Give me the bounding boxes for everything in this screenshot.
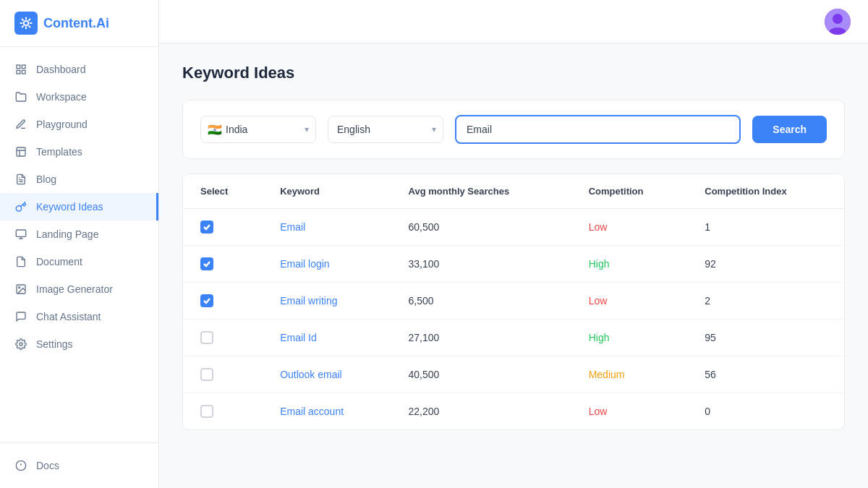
file-text-icon [14,173,27,186]
logo-area: Content.Ai [0,0,158,47]
competition-index-cell: 95 [690,320,844,356]
svg-point-11 [20,343,22,346]
sidebar-item-templates-label: Templates [36,146,82,158]
competition-cell: High [574,246,691,283]
sidebar-nav: Dashboard Workspace Playground [0,47,158,442]
competition-value: High [589,258,610,270]
sidebar-item-image-generator[interactable]: Image Generator [0,275,158,303]
layout-icon [14,145,27,158]
keyword-link[interactable]: Email account [280,406,344,417]
language-select[interactable]: English Hindi French [328,116,443,143]
avg-searches-cell: 60,500 [394,209,574,246]
sidebar: Content.Ai Dashboard Workspace [0,0,159,488]
competition-cell: Medium [574,356,691,393]
avatar[interactable] [825,9,851,35]
competition-index-cell: 92 [690,246,844,283]
sidebar-item-document-label: Document [36,256,82,267]
competition-index-cell: 1 [690,209,844,246]
col-avg-searches: Avg monthly Searches [394,174,574,209]
folder-icon [14,90,27,103]
content-area: Keyword Ideas 🇮🇳 India USA UK ▾ English … [159,43,868,488]
checkbox-unchecked[interactable] [200,331,213,344]
checkbox-checked[interactable] [200,257,213,270]
col-keyword: Keyword [265,174,393,209]
sidebar-item-settings-label: Settings [36,338,73,350]
country-select[interactable]: India USA UK [200,116,316,143]
avg-searches-cell: 6,500 [394,283,574,320]
avg-searches-cell: 40,500 [394,356,574,393]
grid-icon [14,63,27,76]
competition-cell: Low [574,209,691,246]
svg-rect-4 [22,70,25,74]
competition-value: Low [589,295,608,307]
sidebar-item-playground-label: Playground [36,119,88,130]
results-table: Select Keyword Avg monthly Searches Comp… [183,174,844,429]
checkbox-checked[interactable] [200,294,213,307]
sidebar-bottom: Docs [0,442,158,488]
checkbox-checked[interactable] [200,221,213,234]
sidebar-item-landing-page-label: Landing Page [36,228,98,240]
chat-icon [14,310,27,323]
edit-icon [14,118,27,131]
sidebar-item-settings[interactable]: Settings [0,330,158,358]
sidebar-item-document[interactable]: Document [0,248,158,275]
table-body: Email60,500Low1 Email login33,100High92 … [183,209,844,430]
svg-rect-1 [17,65,20,69]
checkbox-unchecked[interactable] [200,405,213,418]
competition-value: Medium [589,369,625,380]
sidebar-item-docs-label: Docs [36,460,59,471]
sidebar-item-playground[interactable]: Playground [0,111,158,138]
competition-index-cell: 56 [690,356,844,393]
sidebar-item-chat-assistant[interactable]: Chat Assistant [0,303,158,330]
sidebar-item-docs[interactable]: Docs [0,452,158,479]
keyword-link[interactable]: Email login [280,258,329,270]
competition-value: High [589,332,610,343]
table-row: Email Id27,100High95 [183,320,844,356]
sidebar-item-dashboard-label: Dashboard [36,64,86,75]
logo-icon [14,12,38,35]
search-button[interactable]: Search [752,116,827,143]
col-select: Select [183,174,265,209]
sidebar-item-workspace[interactable]: Workspace [0,83,158,111]
sidebar-item-blog[interactable]: Blog [0,166,158,193]
table-row: Email login33,100High92 [183,246,844,283]
doc-icon [14,255,27,268]
svg-point-0 [24,21,29,26]
competition-cell: Low [574,283,691,320]
keyword-link[interactable]: Email [280,221,305,233]
competition-cell: High [574,320,691,356]
competition-value: Low [589,406,608,417]
svg-rect-3 [17,70,20,74]
settings-icon [14,338,27,351]
table-row: Outlook email40,500Medium56 [183,356,844,393]
image-icon [14,283,27,296]
monitor-icon [14,228,27,241]
logo-text: Content.Ai [43,16,109,31]
competition-index-cell: 2 [690,283,844,320]
checkbox-unchecked[interactable] [200,368,213,381]
sidebar-item-landing-page[interactable]: Landing Page [0,221,158,248]
sidebar-item-blog-label: Blog [36,174,56,185]
keyword-link[interactable]: Outlook email [280,369,342,380]
page-title: Keyword Ideas [182,64,845,82]
avg-searches-cell: 22,200 [394,393,574,430]
keyword-link[interactable]: Email Id [280,332,317,343]
sidebar-item-workspace-label: Workspace [36,91,87,103]
sidebar-item-keyword-ideas[interactable]: Keyword Ideas [0,193,158,221]
competition-value: Low [589,221,608,233]
keyword-link[interactable]: Email writing [280,295,337,307]
sidebar-item-keyword-ideas-label: Keyword Ideas [36,201,103,213]
svg-point-10 [19,287,20,288]
col-competition-index: Competition Index [690,174,844,209]
table-row: Email account22,200Low0 [183,393,844,430]
sidebar-item-dashboard[interactable]: Dashboard [0,56,158,83]
col-competition: Competition [574,174,691,209]
svg-rect-5 [17,147,25,156]
svg-point-14 [833,14,843,24]
key-icon [14,200,27,213]
sidebar-item-templates[interactable]: Templates [0,138,158,166]
competition-cell: Low [574,393,691,430]
book-icon [14,459,27,472]
country-select-wrapper: 🇮🇳 India USA UK ▾ [200,116,316,143]
keyword-search-input[interactable] [455,115,741,144]
